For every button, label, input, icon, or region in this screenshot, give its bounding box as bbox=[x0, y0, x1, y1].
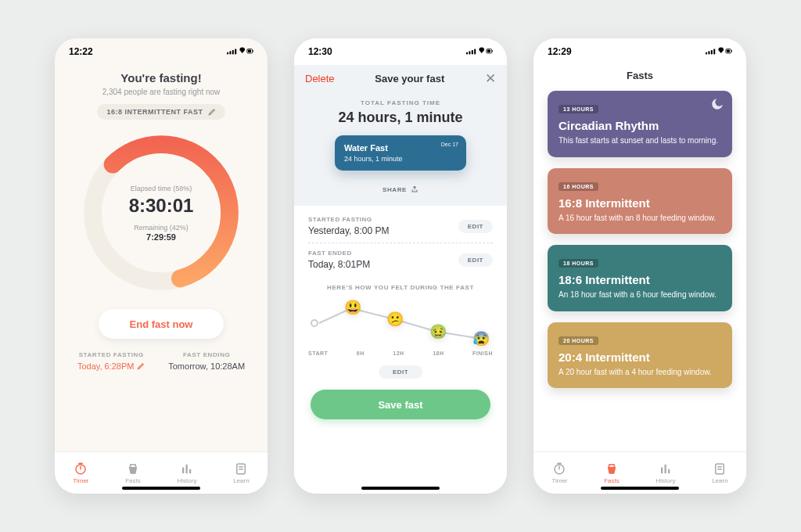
total-value: 24 hours, 1 minute bbox=[294, 110, 507, 126]
feel-heading: HERE'S HOW YOU FELT DURING THE FAST bbox=[294, 284, 507, 291]
mood-emoji-18h: 🤢 bbox=[429, 323, 447, 340]
progress-ring: Elapsed time (58%) 8:30:01 Remaining (42… bbox=[79, 131, 243, 295]
elapsed-label: Elapsed time (58%) bbox=[131, 185, 192, 192]
duration-tag: 16 HOURS bbox=[559, 182, 598, 191]
started-heading: STARTED FASTING bbox=[77, 351, 145, 358]
screen-save-fast: 12:30 Delete Save your fast ✕ TOTAL FAST… bbox=[294, 38, 507, 494]
svg-rect-12 bbox=[189, 469, 191, 473]
fast-card[interactable]: 20 HOURS20:4 IntermittentA 20 hour fast … bbox=[548, 322, 732, 389]
fast-card-title: 20:4 Intermittent bbox=[559, 350, 721, 364]
elapsed-value: 8:30:01 bbox=[129, 195, 194, 217]
fast-card[interactable]: 16 HOURS16:8 IntermittentA 16 hour fast … bbox=[548, 168, 732, 235]
mood-emoji-finish: 😰 bbox=[472, 330, 490, 347]
fast-card-title: 16:8 Intermittent bbox=[559, 196, 721, 210]
svg-rect-15 bbox=[469, 51, 470, 54]
tab-learn[interactable]: Learn bbox=[233, 462, 249, 484]
total-heading: TOTAL FASTING TIME bbox=[294, 99, 507, 106]
share-button[interactable]: SHARE bbox=[372, 180, 429, 199]
tab-learn[interactable]: Learn bbox=[712, 462, 727, 484]
status-bar: 12:30 bbox=[294, 38, 507, 65]
tab-timer[interactable]: Timer bbox=[551, 462, 567, 484]
started-value: Yesterday, 8:00 PM bbox=[308, 225, 389, 236]
tab-fasts[interactable]: Fasts bbox=[125, 462, 141, 484]
fast-card[interactable]: 13 HOURSCircadian RhythmThis fast starts… bbox=[548, 91, 732, 157]
tab-timer[interactable]: Timer bbox=[73, 462, 88, 484]
svg-rect-2 bbox=[232, 50, 234, 54]
save-fast-button[interactable]: Save fast bbox=[311, 390, 490, 419]
started-value[interactable]: Today, 6:28PM bbox=[77, 361, 145, 371]
moon-icon bbox=[710, 97, 724, 111]
card-date: Dec 17 bbox=[441, 142, 458, 147]
svg-rect-16 bbox=[472, 50, 473, 54]
started-heading: STARTED FASTING bbox=[308, 216, 389, 223]
svg-rect-6 bbox=[253, 50, 253, 52]
edit-started-button[interactable]: EDIT bbox=[458, 220, 493, 233]
ended-heading: FAST ENDED bbox=[308, 250, 370, 257]
fast-card-desc: A 20 hour fast with a 4 hour feeding win… bbox=[559, 367, 721, 378]
svg-rect-24 bbox=[711, 50, 713, 54]
feel-chart: 😃 😕 🤢 😰 bbox=[308, 296, 493, 350]
ended-value: Today, 8:01PM bbox=[308, 259, 370, 270]
fast-card-title: Circadian Rhythm bbox=[559, 119, 721, 132]
subtitle: 2,304 people are fasting right now bbox=[55, 88, 268, 96]
home-indicator bbox=[361, 487, 440, 490]
svg-rect-3 bbox=[235, 49, 236, 55]
duration-tag: 20 HOURS bbox=[559, 336, 598, 345]
status-icons bbox=[466, 47, 493, 56]
remaining-label: Remaining (42%) bbox=[134, 224, 189, 232]
duration-tag: 18 HOURS bbox=[559, 259, 598, 268]
clock: 12:30 bbox=[308, 46, 332, 57]
edit-icon bbox=[137, 362, 145, 370]
home-indicator bbox=[601, 487, 679, 490]
tab-history[interactable]: History bbox=[656, 462, 676, 484]
svg-rect-28 bbox=[731, 50, 732, 52]
svg-rect-30 bbox=[661, 468, 663, 474]
svg-rect-25 bbox=[713, 49, 715, 55]
status-icons bbox=[706, 47, 732, 56]
close-button[interactable]: ✕ bbox=[485, 70, 496, 87]
card-sub: 24 hours, 1 minute bbox=[344, 155, 457, 163]
fasts-list: 13 HOURSCircadian RhythmThis fast starts… bbox=[533, 89, 746, 390]
page-title: You're fasting! bbox=[55, 71, 268, 84]
svg-rect-23 bbox=[708, 51, 709, 54]
edit-feel-button[interactable]: EDIT bbox=[379, 365, 422, 379]
ending-heading: FAST ENDING bbox=[168, 351, 245, 358]
svg-rect-20 bbox=[492, 50, 493, 52]
svg-rect-11 bbox=[185, 465, 187, 473]
status-icons bbox=[227, 47, 253, 56]
status-bar: 12:29 bbox=[533, 38, 746, 65]
edit-icon bbox=[208, 108, 216, 116]
feel-axis: START 6H 12H 18H FINISH bbox=[308, 350, 493, 356]
svg-rect-27 bbox=[727, 50, 730, 52]
share-icon bbox=[411, 185, 418, 193]
fast-card-desc: This fast starts at sunset and lasts to … bbox=[559, 135, 721, 146]
duration-tag: 13 HOURS bbox=[559, 105, 598, 113]
home-indicator bbox=[122, 487, 200, 490]
edit-ended-button[interactable]: EDIT bbox=[458, 253, 493, 267]
svg-rect-10 bbox=[182, 468, 184, 474]
nav-title: Fasts bbox=[533, 65, 746, 89]
remaining-value: 7:29:59 bbox=[146, 232, 176, 242]
card-title: Water Fast bbox=[344, 143, 457, 153]
nav-title: Save your fast bbox=[375, 73, 444, 84]
fast-summary-card[interactable]: Dec 17 Water Fast 24 hours, 1 minute bbox=[335, 135, 466, 171]
screen-timer: 12:22 You're fasting! 2,304 people are f… bbox=[55, 38, 268, 494]
svg-rect-31 bbox=[664, 465, 666, 473]
clock: 12:29 bbox=[548, 46, 572, 57]
svg-rect-14 bbox=[466, 52, 468, 55]
svg-rect-0 bbox=[227, 52, 228, 55]
svg-rect-22 bbox=[706, 52, 707, 55]
tab-fasts[interactable]: Fasts bbox=[604, 462, 620, 484]
svg-point-21 bbox=[311, 320, 318, 326]
status-bar: 12:22 bbox=[55, 38, 268, 65]
svg-rect-5 bbox=[248, 50, 251, 52]
fast-card[interactable]: 18 HOURS18:6 IntermittentAn 18 hour fast… bbox=[548, 245, 732, 311]
mood-emoji-12h: 😕 bbox=[386, 311, 404, 328]
delete-button[interactable]: Delete bbox=[305, 73, 335, 84]
ending-value: Tomorrow, 10:28AM bbox=[168, 361, 245, 371]
svg-rect-1 bbox=[229, 51, 231, 54]
svg-rect-19 bbox=[487, 50, 490, 52]
mood-emoji-6h: 😃 bbox=[344, 299, 361, 316]
tab-history[interactable]: History bbox=[178, 462, 197, 484]
fast-card-desc: An 18 hour fast with a 6 hour feeding wi… bbox=[559, 289, 721, 300]
